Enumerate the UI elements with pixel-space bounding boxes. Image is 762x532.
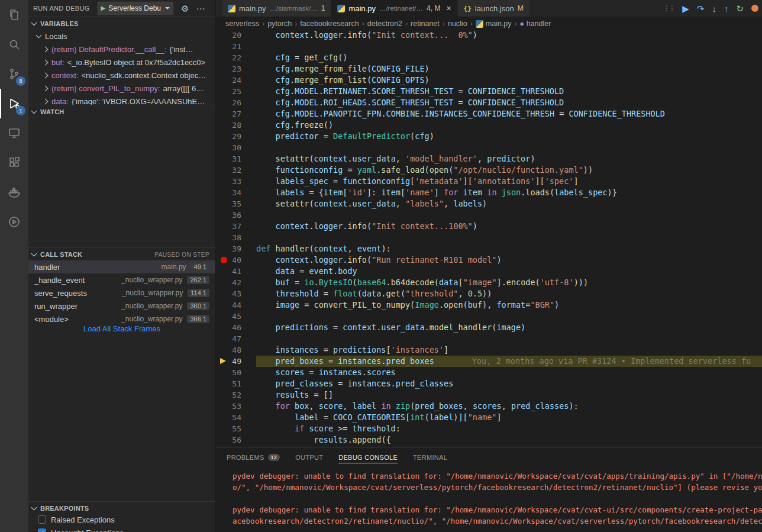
line-number[interactable]: 41 (232, 266, 241, 277)
load-all-stack-frames-link[interactable]: Load All Stack Frames (28, 324, 215, 333)
code-line-text[interactable] (256, 232, 762, 243)
line-number[interactable]: 37 (232, 221, 241, 232)
code-line[interactable]: 41 data = event.body (216, 266, 762, 277)
breadcrumb-item[interactable]: pytorch (267, 20, 292, 28)
gutter[interactable]: 39 (216, 243, 256, 254)
checkbox[interactable]: ✓ (38, 528, 46, 532)
line-number[interactable]: 30 (232, 142, 241, 153)
breakpoint-dot[interactable] (221, 257, 227, 263)
code-line[interactable]: 46 predictions = context.user_data.model… (216, 322, 762, 333)
launch-config-dropdown[interactable]: ▶ Serverless Debu (97, 1, 174, 15)
gutter[interactable]: 49 (216, 356, 256, 367)
explorer-icon[interactable] (0, 0, 28, 30)
code-line[interactable]: 50 scores = instances.scores (216, 367, 762, 378)
gutter[interactable]: 48 (216, 344, 256, 356)
code-line-text[interactable]: image = convert_PIL_to_numpy(Image.open(… (256, 299, 762, 311)
gutter[interactable]: 20 (216, 30, 256, 41)
gutter[interactable]: 46 (216, 322, 256, 333)
line-number[interactable]: 24 (232, 75, 241, 86)
gutter[interactable]: 40 (216, 254, 256, 266)
variables-scope-row[interactable]: Locals (28, 30, 215, 43)
gutter[interactable]: 45 (216, 311, 256, 322)
gutter[interactable]: 50 (216, 367, 256, 378)
code-line[interactable]: 33 labels_spec = functionconfig['metadat… (216, 176, 762, 187)
code-line[interactable]: 37 context.logger.info("Init context...1… (216, 221, 762, 232)
toolbar-drag-handle-icon[interactable]: ⋮⋮ (663, 4, 674, 12)
code-line[interactable]: 40 context.logger.info("Run retinanet-R1… (216, 254, 762, 266)
gutter[interactable]: 32 (216, 165, 256, 176)
code-line[interactable]: 38 (216, 232, 762, 243)
line-number[interactable]: 36 (232, 209, 241, 221)
code-line[interactable]: 53 for box, score, label in zip(pred_box… (216, 401, 762, 412)
editor-tab[interactable]: main.py…/siammask/…1 (222, 0, 331, 17)
gutter[interactable]: 31 (216, 153, 256, 165)
line-number[interactable]: 39 (232, 243, 241, 254)
line-number[interactable]: 32 (232, 165, 241, 176)
code-line[interactable]: 52 results = [] (216, 389, 762, 401)
step-into-button[interactable]: ↓ (712, 4, 716, 13)
code-line-text[interactable]: cfg.MODEL.RETINANET.SCORE_THRESH_TEST = … (256, 86, 762, 97)
line-number[interactable]: 28 (232, 120, 241, 131)
code-line[interactable]: 21 (216, 41, 762, 52)
call-stack-frame[interactable]: <module>_nuclio_wrapper.py366:1 (28, 312, 215, 325)
code-line-text[interactable]: cfg = get_cfg() (256, 52, 762, 63)
gutter[interactable]: 37 (216, 221, 256, 232)
call-stack-frame[interactable]: handlermain.py49:1 (28, 260, 215, 273)
call-stack-frame[interactable]: run_wrapper_nuclio_wrapper.py360:1 (28, 299, 215, 312)
line-number[interactable]: 42 (232, 277, 241, 288)
code-line-text[interactable]: results.append({ (256, 434, 762, 446)
gutter[interactable]: 52 (216, 389, 256, 401)
code-line[interactable]: 55 if score >= threshold: (216, 423, 762, 434)
line-number[interactable]: 44 (232, 299, 241, 311)
line-number[interactable]: 40 (232, 254, 241, 266)
line-number[interactable]: 34 (232, 187, 241, 198)
line-number[interactable]: 50 (232, 367, 241, 378)
gutter[interactable]: 36 (216, 209, 256, 221)
source-control-icon[interactable]: 8 (0, 59, 28, 89)
line-number[interactable]: 47 (232, 333, 241, 344)
code-line-text[interactable]: predictions = context.user_data.model_ha… (256, 322, 762, 333)
code-line[interactable]: 51 pred_classes = instances.pred_classes (216, 378, 762, 389)
gutter[interactable]: 41 (216, 266, 256, 277)
code-line[interactable]: 48 instances = predictions['instances'] (216, 344, 762, 356)
editor-tab[interactable]: {}launch.jsonM (458, 0, 530, 17)
gutter[interactable]: 26 (216, 97, 256, 108)
code-line-text[interactable]: scores = instances.scores (256, 367, 762, 378)
code-line-text[interactable]: cfg.MODEL.PANOPTIC_FPN.COMBINE.INSTANCES… (256, 108, 762, 120)
line-number[interactable]: 29 (232, 131, 241, 142)
code-line-text[interactable]: def handler(context, event): (256, 243, 762, 254)
breadcrumb-item[interactable]: ◆handler (520, 20, 551, 28)
gutter[interactable]: 24 (216, 75, 256, 86)
circle-play-icon[interactable] (0, 207, 28, 237)
variables-section-header[interactable]: VARIABLES (28, 17, 215, 30)
code-line-text[interactable]: predictor = DefaultPredictor(cfg) (256, 131, 762, 142)
gutter[interactable]: 28 (216, 120, 256, 131)
code-line-text[interactable]: context.logger.info("Run retinanet-R101 … (256, 254, 762, 266)
code-line[interactable]: 31 setattr(context.user_data, 'model_han… (216, 153, 762, 165)
variable-row[interactable]: buf:<_io.BytesIO object at 0x7f5a2dc1ecc… (28, 56, 215, 69)
breadcrumb-item[interactable]: nuclio (448, 20, 467, 28)
code-line[interactable]: 22 cfg = get_cfg() (216, 52, 762, 63)
close-icon[interactable]: × (446, 4, 451, 12)
code-line[interactable]: 35 setattr(context.user_data, "labels", … (216, 198, 762, 209)
code-line[interactable]: 42 buf = io.BytesIO(base64.b64decode(dat… (216, 277, 762, 288)
line-number[interactable]: 45 (232, 311, 241, 322)
code-line-text[interactable]: cfg.merge_from_file(CONFIG_FILE) (256, 63, 762, 75)
code-line-text[interactable]: context.logger.info("Init context...100%… (256, 221, 762, 232)
code-line[interactable]: 30 (216, 142, 762, 153)
code-line-text[interactable] (256, 311, 762, 322)
call-stack-frame[interactable]: serve_requests_nuclio_wrapper.py114:1 (28, 286, 215, 299)
code-line-text[interactable]: label = COCO_CATEGORIES[int(label)]["nam… (256, 412, 762, 423)
gutter[interactable]: 43 (216, 288, 256, 299)
code-line[interactable]: 26 cfg.MODEL.ROI_HEADS.SCORE_THRESH_TEST… (216, 97, 762, 108)
variable-row[interactable]: context:<nuclio_sdk.context.Context obje… (28, 69, 215, 82)
line-number[interactable]: 26 (232, 97, 241, 108)
code-line-text[interactable] (256, 142, 762, 153)
panel-tab-output[interactable]: OUTPUT (295, 447, 323, 467)
line-number[interactable]: 55 (232, 423, 241, 434)
line-number[interactable]: 35 (232, 198, 241, 209)
line-number[interactable]: 25 (232, 86, 241, 97)
code-line-text[interactable]: pred_boxes = instances.pred_boxesYou, 2 … (256, 356, 762, 367)
gutter[interactable]: 54 (216, 412, 256, 423)
line-number[interactable]: 46 (232, 322, 241, 333)
